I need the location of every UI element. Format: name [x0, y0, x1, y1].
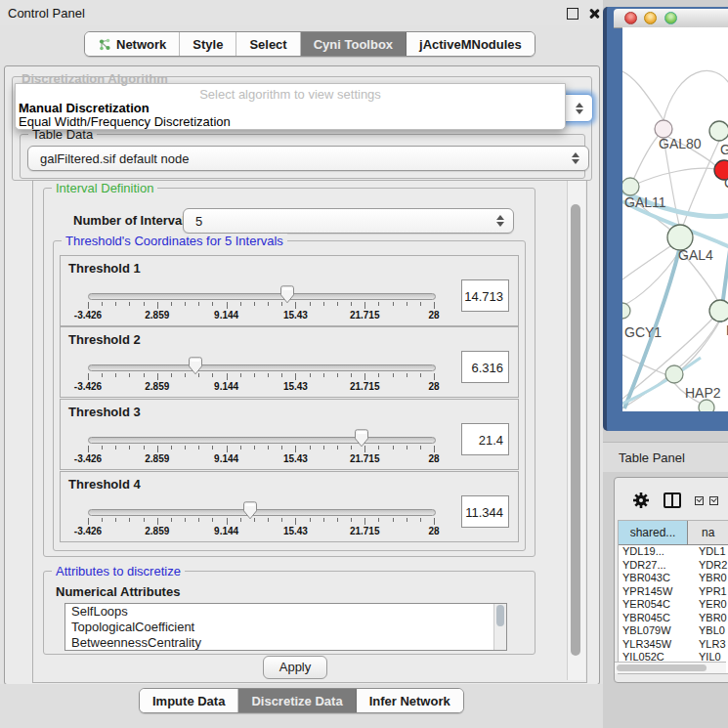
combo-stepper-icon: [576, 103, 583, 114]
list-vertical-scrollbar[interactable]: [493, 604, 506, 650]
cell-shared-name[interactable]: YER054C: [619, 598, 692, 612]
table-row[interactable]: YBR045CYBR0: [619, 612, 728, 625]
slider-thumb-icon[interactable]: [243, 501, 257, 520]
threshold-slider-track[interactable]: [88, 364, 436, 371]
table-row[interactable]: YPR145WYPR1: [619, 585, 728, 599]
slider-tick: [268, 446, 269, 450]
slider-tick: [351, 302, 352, 306]
slider-thumb-icon[interactable]: [355, 429, 368, 448]
zoom-traffic-light-icon[interactable]: [664, 12, 677, 24]
apply-button[interactable]: Apply: [263, 656, 327, 679]
cell-name[interactable]: YDR2: [692, 559, 728, 573]
gear-icon[interactable]: [632, 492, 650, 509]
checkbox-icon[interactable]: [709, 496, 718, 505]
slider-tick: [129, 302, 130, 306]
tab-jactivemnodules[interactable]: jActiveMNodules: [407, 32, 535, 56]
table-header-shared-name[interactable]: shared...: [619, 521, 688, 544]
checkbox-icon[interactable]: [695, 496, 704, 505]
network-node[interactable]: [709, 300, 728, 321]
slider-thumb-icon[interactable]: [280, 285, 294, 304]
attribute-list-item[interactable]: SelfLoops: [65, 604, 506, 620]
tab-cyni-toolbox[interactable]: Cyni Toolbox: [301, 32, 407, 56]
attribute-list-item[interactable]: TopologicalCoefficient: [65, 620, 506, 635]
slider-tick: [129, 446, 130, 450]
attribute-list-item[interactable]: BetweennessCentrality: [65, 635, 506, 651]
cell-shared-name[interactable]: YBR045C: [619, 612, 692, 625]
close-icon[interactable]: [587, 7, 600, 20]
settings-vertical-scrollbar[interactable]: [567, 181, 585, 680]
table-data-combobox[interactable]: galFiltered.sif default node: [27, 146, 589, 171]
slider-tick-label: -3.426: [74, 453, 102, 464]
table-row[interactable]: YDL19...YDL1: [619, 545, 728, 559]
minimize-traffic-light-icon[interactable]: [644, 12, 657, 24]
table-row[interactable]: YLR345WYLR3: [619, 638, 728, 652]
slider-tick: [393, 446, 394, 450]
cell-shared-name[interactable]: YLR345W: [619, 638, 692, 652]
cell-shared-name[interactable]: YDL19...: [619, 545, 692, 559]
tab-network[interactable]: Network: [85, 32, 180, 56]
number-of-intervals-combobox[interactable]: 5: [183, 208, 514, 234]
table-row[interactable]: YER054CYER0: [619, 598, 728, 612]
close-traffic-light-icon[interactable]: [624, 12, 637, 24]
scrollbar-thumb[interactable]: [617, 664, 707, 671]
tab-impute-data[interactable]: Impute Data: [140, 689, 238, 712]
tab-discretize-data[interactable]: Discretize Data: [238, 689, 356, 712]
table-panel-titlebar: Table Panel: [603, 442, 728, 472]
threshold-value-field[interactable]: 6.316: [461, 351, 509, 383]
slider-tick-label: 21.715: [350, 310, 380, 321]
table-row[interactable]: YBR043CYBR0: [619, 572, 728, 585]
network-edge[interactable]: [622, 241, 677, 279]
threshold-slider-track[interactable]: [88, 437, 436, 444]
network-node[interactable]: [699, 400, 714, 411]
table-header-name[interactable]: na: [688, 521, 728, 544]
threshold-value-field[interactable]: 14.713: [461, 279, 509, 312]
slider-tick: [185, 302, 186, 306]
tab-style[interactable]: Style: [180, 32, 236, 56]
network-edge[interactable]: [622, 71, 664, 120]
table-header-row: shared... na: [619, 521, 728, 545]
float-window-icon[interactable]: [567, 8, 578, 20]
slider-tick: [378, 302, 379, 306]
popup-option-manual-discretization[interactable]: Manual Discretization: [19, 101, 150, 115]
network-node[interactable]: [665, 365, 683, 383]
table-horizontal-scrollbar[interactable]: [615, 662, 726, 673]
cell-name[interactable]: YBR0: [692, 612, 728, 625]
numerical-attributes-list[interactable]: SelfLoopsTopologicalCoefficientBetweenne…: [64, 603, 507, 651]
tab-infer-network[interactable]: Infer Network: [357, 689, 463, 712]
network-edge[interactable]: [630, 132, 662, 187]
cell-name[interactable]: YER0: [692, 598, 728, 612]
cell-name[interactable]: YBL0: [692, 624, 728, 638]
cell-shared-name[interactable]: YBR043C: [619, 572, 692, 585]
node-attribute-table[interactable]: shared... na YDL19...YDL1YDR27...YDR2YBR…: [618, 520, 728, 674]
scrollbar-thumb[interactable]: [496, 605, 504, 626]
slider-tick-label: 21.715: [350, 381, 380, 392]
slider-tick-label: 15.43: [283, 526, 308, 536]
network-node[interactable]: [709, 121, 728, 141]
cell-name[interactable]: YPR1: [692, 585, 728, 599]
cell-shared-name[interactable]: YBL079W: [619, 624, 692, 638]
scrollbar-thumb[interactable]: [571, 204, 580, 656]
cell-name[interactable]: YLR3: [692, 638, 728, 652]
threshold-slider-track[interactable]: [88, 293, 436, 300]
popup-option-equal-width-frequency[interactable]: Equal Width/Frequency Discretization: [19, 114, 231, 129]
network-node[interactable]: [622, 178, 639, 195]
tab-select[interactable]: Select: [236, 32, 300, 56]
threshold-value-field[interactable]: 21.4: [461, 423, 509, 455]
table-row[interactable]: YDR27...YDR2: [619, 559, 728, 573]
cell-shared-name[interactable]: YDR27...: [619, 559, 692, 573]
network-canvas[interactable]: GAL80GACGAL11GAL4GCY1HHAP2: [622, 27, 728, 411]
slider-tick: [129, 518, 130, 522]
slider-tick-label: 9.144: [214, 453, 238, 464]
network-edge[interactable]: [664, 70, 728, 120]
cell-name[interactable]: YBR0: [692, 572, 728, 585]
network-window-titlebar[interactable]: [614, 9, 728, 28]
network-node[interactable]: [622, 303, 630, 319]
discretization-algorithm-group-title: Discretization Algorithm: [21, 71, 168, 86]
threshold-slider-track[interactable]: [88, 509, 436, 516]
threshold-value-field[interactable]: 11.344: [461, 495, 509, 528]
slider-thumb-icon[interactable]: [189, 357, 202, 375]
columns-icon[interactable]: [664, 492, 681, 508]
table-row[interactable]: YBL079WYBL0: [619, 624, 728, 638]
cell-name[interactable]: YDL1: [692, 545, 728, 559]
cell-shared-name[interactable]: YPR145W: [619, 585, 692, 599]
